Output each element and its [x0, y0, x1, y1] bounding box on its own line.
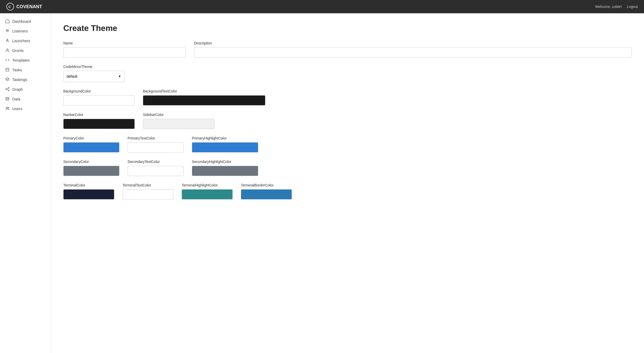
brand-name: COVENANT [16, 4, 42, 9]
terminal-color-swatch[interactable] [63, 189, 114, 199]
background-text-color-swatch[interactable] [143, 95, 265, 105]
name-group: Name [63, 41, 186, 57]
svg-point-13 [6, 107, 8, 109]
terminal-highlight-color-group: TerminalHighlightColor [182, 183, 233, 199]
secondary-color-label: SecondaryColor [63, 160, 119, 164]
secondary-text-color-label: SecondaryTextColor [128, 160, 184, 164]
secondary-color-group: SecondaryColor [63, 160, 119, 176]
codemirror-value: default [67, 74, 77, 78]
terminal-text-color-group: TerminalTextColor [122, 183, 174, 199]
sidebar-item-listeners[interactable]: Listeners [0, 26, 51, 36]
background-color-group: BackgroundColor [63, 89, 135, 105]
logout-link[interactable]: Logout [627, 5, 638, 9]
sidebar-label-taskings: Taskings [12, 77, 27, 82]
sidebar-label-grunts: Grunts [12, 48, 24, 53]
sidebar-item-users[interactable]: Users [0, 104, 51, 113]
svg-point-3 [7, 49, 8, 50]
sidebar-label-templates: Templates [12, 58, 30, 62]
svg-point-8 [8, 87, 9, 88]
svg-point-2 [7, 30, 8, 32]
bg-color-label: BackgroundColor [63, 89, 135, 93]
svg-line-11 [7, 89, 8, 90]
background-color-swatch[interactable] [63, 95, 135, 105]
name-desc-row: Name Description [63, 41, 632, 57]
graph-icon [5, 87, 10, 91]
brand-logo: C COVENANT [6, 3, 42, 11]
terminal-color-row: TerminalColor TerminalTextColor Terminal… [63, 183, 632, 199]
secondary-highlight-color-label: SecondaryHighlightColor [192, 160, 258, 164]
name-input[interactable] [63, 47, 186, 57]
secondary-color-row: SecondaryColor SecondaryTextColor Second… [63, 160, 632, 176]
sidebar-item-dashboard[interactable]: Dashboard [0, 16, 51, 26]
sidebar-label-dashboard: Dashboard [12, 19, 31, 23]
svg-point-7 [6, 89, 7, 90]
sidebar-label-tasks: Tasks [12, 68, 22, 72]
sidebar-item-tasks[interactable]: Tasks [0, 65, 51, 75]
terminal-highlight-color-label: TerminalHighlightColor [182, 183, 233, 187]
sidebar-item-taskings[interactable]: Taskings [0, 75, 51, 84]
sidebar-item-data[interactable]: Data [0, 94, 51, 104]
grunt-icon [5, 48, 10, 53]
create-theme-form: Name Description CodeMirrorTheme default… [63, 41, 632, 199]
desc-label: Description [194, 41, 632, 45]
navbar-color-label: NavbarColor [63, 113, 135, 117]
sidebar-item-grunts[interactable]: Grunts [0, 45, 51, 55]
bg-text-color-label: BackgroundTextColor [143, 89, 265, 93]
sidebar: Dashboard Listeners Launchers [0, 13, 51, 353]
primary-text-color-group: PrimaryTextColor [128, 136, 184, 152]
sidebar-item-templates[interactable]: Templates [0, 55, 51, 65]
users-icon [5, 106, 10, 111]
layers-icon [5, 77, 10, 82]
sidebar-color-swatch[interactable] [143, 119, 214, 129]
covenant-logo-icon: C [6, 3, 14, 11]
secondary-text-color-swatch[interactable] [128, 166, 184, 176]
codemirror-select[interactable]: default ▼ [63, 71, 125, 82]
terminal-highlight-color-swatch[interactable] [182, 189, 233, 199]
svg-text:C: C [8, 5, 11, 9]
desc-group: Description [194, 41, 632, 57]
chevron-down-icon: ▼ [118, 75, 121, 78]
secondary-color-swatch[interactable] [63, 166, 119, 176]
sidebar-item-launchers[interactable]: Launchers [0, 36, 51, 45]
primary-color-row: PrimaryColor PrimaryTextColor PrimaryHig… [63, 136, 632, 152]
svg-line-10 [7, 88, 8, 89]
terminal-color-group: TerminalColor [63, 183, 114, 199]
sidebar-label-listeners: Listeners [12, 29, 28, 33]
sidebar-item-graph[interactable]: Graph [0, 84, 51, 94]
sidebar-color-label: SidebarColor [143, 113, 214, 117]
sidebar-label-data: Data [12, 97, 20, 101]
box-icon [5, 67, 10, 72]
home-icon [5, 19, 10, 23]
top-navbar: C COVENANT Welcome, cobbr! Logout [0, 0, 644, 13]
sidebar-color-group: SidebarColor [143, 113, 214, 129]
sidebar-label-graph: Graph [12, 87, 23, 91]
primary-text-color-swatch[interactable] [128, 142, 184, 152]
svg-point-14 [8, 107, 9, 108]
primary-highlight-color-swatch[interactable] [192, 142, 258, 152]
navbar-color-group: NavbarColor [63, 113, 135, 129]
main-content: Create Theme Name Description CodeMirror… [51, 13, 644, 353]
svg-point-9 [8, 90, 9, 91]
terminal-color-label: TerminalColor [63, 183, 114, 187]
data-icon [5, 97, 10, 101]
primary-color-swatch[interactable] [63, 142, 119, 152]
primary-color-label: PrimaryColor [63, 136, 119, 140]
secondary-text-color-group: SecondaryTextColor [128, 160, 184, 176]
rocket-icon [5, 38, 10, 43]
secondary-highlight-color-group: SecondaryHighlightColor [192, 160, 258, 176]
navbar-color-swatch[interactable] [63, 119, 135, 129]
terminal-text-color-label: TerminalTextColor [122, 183, 174, 187]
radio-icon [5, 29, 10, 33]
background-text-color-group: BackgroundTextColor [143, 89, 265, 105]
sidebar-label-launchers: Launchers [12, 39, 30, 43]
desc-input[interactable] [194, 47, 632, 57]
welcome-text: Welcome, cobbr! [595, 5, 622, 9]
secondary-highlight-color-swatch[interactable] [192, 166, 258, 176]
primary-highlight-color-group: PrimaryHighlightColor [192, 136, 258, 152]
terminal-border-color-swatch[interactable] [241, 189, 292, 199]
navbar-right: Welcome, cobbr! Logout [595, 5, 638, 9]
primary-highlight-color-label: PrimaryHighlightColor [192, 136, 258, 140]
page-title: Create Theme [63, 23, 632, 33]
terminal-text-color-swatch[interactable] [122, 189, 174, 199]
code-icon [5, 58, 10, 62]
